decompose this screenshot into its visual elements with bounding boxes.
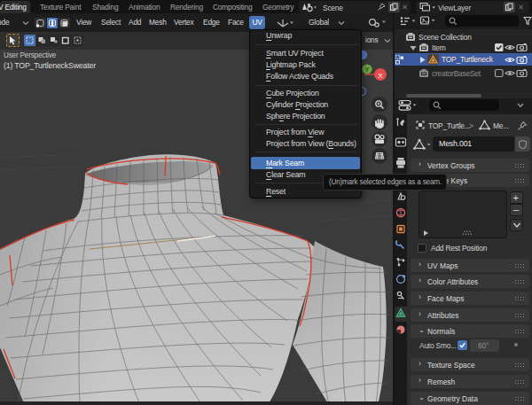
svg-text:X: X xyxy=(378,72,383,80)
svg-text:Y: Y xyxy=(365,66,370,73)
